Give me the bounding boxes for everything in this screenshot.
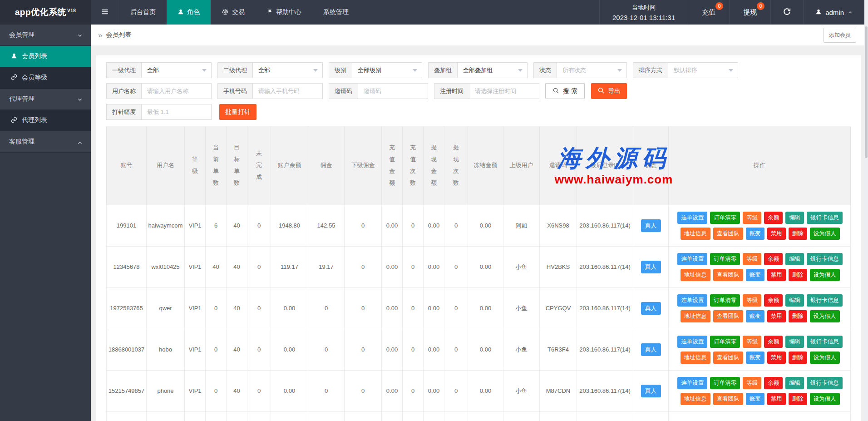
status-badge[interactable]: 真人 [641,385,661,397]
address-info-button[interactable]: 地址信息 [681,352,710,364]
sort-select[interactable]: 默认排序 [668,62,738,78]
balance-button[interactable]: 余额 [764,336,783,348]
search-button[interactable]: 搜 索 [545,83,585,99]
level-button[interactable]: 等级 [743,253,761,265]
disable-button[interactable]: 禁用 [767,393,786,405]
disable-button[interactable]: 禁用 [767,310,786,322]
address-info-button[interactable]: 地址信息 [681,228,710,240]
chain-order-settings-button[interactable]: 连单设置 [677,336,707,348]
clear-orders-button[interactable]: 订单清零 [710,377,740,389]
delete-button[interactable]: 删除 [789,310,807,322]
balance-button[interactable]: 余额 [764,294,783,307]
refresh-button[interactable] [770,0,803,25]
invite-code-input[interactable] [358,83,428,99]
chain-order-settings-button[interactable]: 连单设置 [677,253,707,265]
sidebar-item-member-level[interactable]: 会员等级 [0,67,91,89]
account-change-button[interactable]: 账变 [746,228,764,240]
delete-button[interactable]: 删除 [789,269,807,281]
status-badge[interactable]: 真人 [641,343,661,356]
delete-button[interactable]: 删除 [789,228,807,240]
inject-range-input[interactable] [141,104,212,120]
level-button[interactable]: 等级 [743,212,761,224]
username-input[interactable] [141,83,212,99]
sidebar-toggle-button[interactable] [91,0,119,25]
status-badge[interactable]: 真人 [641,219,661,232]
withdraw-nav-button[interactable]: 提现 0 [729,0,770,25]
column-header-label: 目标单数 [233,142,240,189]
clear-orders-button[interactable]: 订单清零 [710,253,740,265]
bank-card-info-button[interactable]: 银行卡信息 [807,294,843,307]
scrollbar-thumb[interactable] [865,26,868,158]
edit-button[interactable]: 编辑 [785,336,804,348]
set-fake-button[interactable]: 设为假人 [810,310,840,322]
clear-orders-button[interactable]: 订单清零 [710,336,740,348]
bank-card-info-button[interactable]: 银行卡信息 [807,212,843,224]
status-select[interactable]: 所有状态 [557,62,627,78]
phone-input[interactable] [252,83,323,99]
sidebar-item-support-management[interactable]: 客服管理 [0,131,91,153]
level-button[interactable]: 等级 [743,377,761,389]
nav-item-trade[interactable]: 交易 [211,0,256,25]
view-team-button[interactable]: 查看团队 [713,393,743,405]
edit-button[interactable]: 编辑 [785,253,804,265]
clear-orders-button[interactable]: 订单清零 [710,294,740,307]
chain-order-settings-button[interactable]: 连单设置 [677,212,707,224]
balance-button[interactable]: 余额 [764,212,783,224]
clear-orders-button[interactable]: 订单清零 [710,212,740,224]
edit-button[interactable]: 编辑 [785,212,804,224]
recharge-nav-button[interactable]: 充值 0 [688,0,729,25]
nav-item-system[interactable]: 系统管理 [312,0,360,25]
account-change-button[interactable]: 账变 [746,393,764,405]
account-change-button[interactable]: 账变 [746,269,764,281]
bank-card-info-button[interactable]: 银行卡信息 [807,336,843,348]
level-button[interactable]: 等级 [743,294,761,307]
disable-button[interactable]: 禁用 [767,228,786,240]
sidebar-item-agent-list[interactable]: 代理列表 [0,110,91,131]
bank-card-info-button[interactable]: 银行卡信息 [807,377,843,389]
set-fake-button[interactable]: 设为假人 [810,393,840,405]
add-member-button[interactable]: 添加会员 [824,28,856,43]
nav-item-dashboard[interactable]: 后台首页 [119,0,167,25]
view-team-button[interactable]: 查看团队 [713,228,743,240]
bank-card-info-button[interactable]: 银行卡信息 [807,253,843,265]
delete-button[interactable]: 删除 [789,393,807,405]
sidebar-item-member-list[interactable]: 会员列表 [0,46,91,67]
edit-button[interactable]: 编辑 [785,294,804,307]
account-change-button[interactable]: 账变 [746,310,764,322]
column-header-frozen_amount: 冻结金额 [468,126,503,205]
balance-button[interactable]: 余额 [764,253,783,265]
stack-group-select[interactable]: 全部叠加组 [457,62,528,78]
batch-inject-button[interactable]: 批量打针 [219,104,256,120]
delete-button[interactable]: 删除 [789,352,807,364]
chain-order-settings-button[interactable]: 连单设置 [677,294,707,307]
view-team-button[interactable]: 查看团队 [713,352,743,364]
set-fake-button[interactable]: 设为假人 [810,352,840,364]
status-badge[interactable]: 真人 [641,261,661,273]
sidebar-item-member-management[interactable]: 会员管理 [0,25,91,46]
chain-order-settings-button[interactable]: 连单设置 [677,377,707,389]
address-info-button[interactable]: 地址信息 [681,393,710,405]
nav-item-help-center[interactable]: 帮助中心 [256,0,312,25]
address-info-button[interactable]: 地址信息 [681,310,710,322]
nav-item-roles[interactable]: 角色 [167,0,211,25]
address-info-button[interactable]: 地址信息 [681,269,710,281]
level1-agent-select[interactable]: 全部 [141,62,212,78]
level-select[interactable]: 全部级别 [352,62,422,78]
edit-button[interactable]: 编辑 [785,377,804,389]
view-team-button[interactable]: 查看团队 [713,310,743,322]
status-badge[interactable]: 真人 [641,302,661,315]
balance-button[interactable]: 余额 [764,377,783,389]
set-fake-button[interactable]: 设为假人 [810,228,840,240]
sidebar-item-agent-management[interactable]: 代理管理 [0,89,91,110]
page-scrollbar[interactable] [864,0,868,421]
admin-user-menu[interactable]: admin [803,0,864,25]
level2-agent-select[interactable]: 全部 [252,62,323,78]
disable-button[interactable]: 禁用 [767,269,786,281]
register-time-input[interactable] [469,83,539,99]
export-button[interactable]: 导出 [591,83,627,99]
disable-button[interactable]: 禁用 [767,352,786,364]
set-fake-button[interactable]: 设为假人 [810,269,840,281]
account-change-button[interactable]: 账变 [746,352,764,364]
view-team-button[interactable]: 查看团队 [713,269,743,281]
level-button[interactable]: 等级 [743,336,761,348]
